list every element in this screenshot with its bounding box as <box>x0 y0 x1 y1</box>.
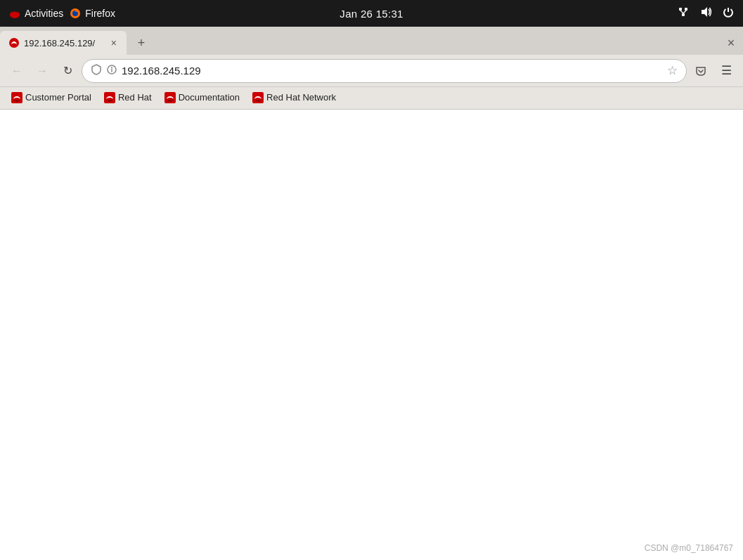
bookmark-red-hat-network[interactable]: Red Hat Network <box>247 90 342 105</box>
activities-label: Activities <box>25 8 63 19</box>
active-tab[interactable]: 192.168.245.129/ × <box>0 31 127 55</box>
tab-close-button[interactable]: × <box>110 37 118 48</box>
documentation-favicon <box>164 92 176 103</box>
gnome-topbar: Activities Firefox Jan 26 15:31 <box>0 0 743 27</box>
forward-button[interactable]: → <box>31 60 53 82</box>
watermark: CSDN @m0_71864767 <box>645 543 733 553</box>
firefox-button[interactable]: Firefox <box>69 7 115 20</box>
bookmark-documentation-label: Documentation <box>179 92 240 103</box>
bookmarks-bar: Customer Portal Red Hat <box>0 87 743 110</box>
topbar-right <box>677 6 735 21</box>
svg-rect-5 <box>685 8 687 11</box>
svg-line-7 <box>680 11 683 13</box>
bookmark-documentation[interactable]: Documentation <box>159 90 245 105</box>
topbar-left: Activities Firefox <box>8 7 115 20</box>
redhat-logo-icon <box>8 7 21 20</box>
connection-icon <box>106 64 117 77</box>
svg-rect-4 <box>679 8 682 11</box>
new-tab-button[interactable]: + <box>129 31 153 55</box>
volume-icon[interactable] <box>699 6 712 21</box>
svg-line-8 <box>683 11 686 13</box>
power-icon[interactable] <box>722 6 735 21</box>
topbar-datetime[interactable]: Jan 26 15:31 <box>340 8 403 20</box>
tab-bar: 192.168.245.129/ × + × <box>0 27 743 55</box>
tab-favicon <box>8 37 20 48</box>
red-hat-network-favicon <box>252 92 264 103</box>
address-input[interactable] <box>122 65 663 77</box>
firefox-icon <box>69 7 82 20</box>
tab-title: 192.168.245.129/ <box>24 38 105 48</box>
security-icon <box>91 64 102 77</box>
bookmark-red-hat-label: Red Hat <box>118 92 152 103</box>
nav-bar: ← → ↻ ☆ <box>0 55 743 87</box>
bookmark-star-button[interactable]: ☆ <box>667 63 678 78</box>
back-button[interactable]: ← <box>6 60 28 82</box>
nav-right-buttons: ☰ <box>690 60 737 82</box>
customer-portal-favicon <box>11 92 22 103</box>
reload-button[interactable]: ↻ <box>56 60 79 82</box>
pocket-button[interactable] <box>690 60 712 82</box>
network-icon[interactable] <box>677 6 690 21</box>
bookmark-customer-portal-label: Customer Portal <box>25 92 91 103</box>
firefox-label: Firefox <box>85 8 115 19</box>
menu-button[interactable]: ☰ <box>715 60 737 82</box>
address-bar[interactable]: ☆ <box>82 59 687 83</box>
red-hat-favicon <box>104 92 115 103</box>
svg-marker-9 <box>702 7 707 17</box>
page-content: CSDN @m0_71864767 <box>0 110 743 560</box>
bookmark-red-hat-network-label: Red Hat Network <box>266 92 336 103</box>
svg-point-12 <box>111 67 112 68</box>
svg-rect-6 <box>682 13 685 16</box>
browser-chrome: 192.168.245.129/ × + × ← → ↻ <box>0 27 743 110</box>
bookmark-red-hat[interactable]: Red Hat <box>98 90 157 105</box>
window-close-button[interactable]: × <box>719 31 743 55</box>
bookmark-customer-portal[interactable]: Customer Portal <box>6 90 97 105</box>
activities-button[interactable]: Activities <box>8 7 63 20</box>
